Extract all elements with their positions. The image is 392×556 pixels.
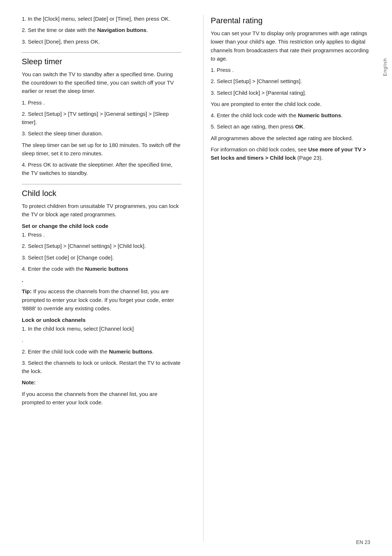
parental-step4: 4. Enter the child lock code with the Nu…: [211, 111, 371, 119]
clock-step1-text: 1. In the [Clock] menu, select [Date] or…: [22, 15, 181, 23]
sleep-timer-title: Sleep timer: [22, 57, 181, 66]
set-step4: 4. Enter the code with the Numeric butto…: [22, 265, 181, 273]
lock-unlock-heading: Lock or unlock channels: [22, 317, 181, 323]
clock-step3-text: 3. Select [Done], then press OK.: [22, 37, 181, 46]
parental-step3: 3. Select [Child lock] > [Parental ratin…: [211, 89, 371, 97]
lock-step1: 1. In the child lock menu, select [Chann…: [22, 324, 181, 333]
sleep-step3-detail: The sleep timer can be set up for to 180…: [22, 141, 181, 158]
parental-step3-detail: You are prompted to enter the child lock…: [211, 100, 371, 108]
set-step1: 1. Press .: [22, 230, 181, 239]
sleep-step3: 3. Select the sleep timer duration.: [22, 129, 181, 138]
sleep-step1: 1. Press .: [22, 98, 181, 107]
parental-step5: 5. Select an age rating, then press OK.: [211, 122, 371, 131]
clock-step2-text: 2. Set the time or date with the Navigat…: [22, 26, 181, 34]
set-change-heading: Set or change the child lock code: [22, 223, 181, 229]
parental-all-blocked: All programmes above the selected age ra…: [211, 134, 371, 142]
clock-step1: 1. In the [Clock] menu, select [Date] or…: [22, 15, 181, 46]
sleep-step2: 2. Select [Setup] > [TV settings] > [Gen…: [22, 110, 181, 127]
side-language-label: English: [382, 58, 388, 76]
parental-description: You can set your TV to display only prog…: [211, 29, 371, 63]
child-lock-title: Child lock: [22, 189, 181, 198]
set-step4-cont: .: [22, 276, 181, 284]
right-column: Parental rating You can set your TV to d…: [203, 15, 371, 541]
lock-step2: 2. Enter the child lock code with the Nu…: [22, 347, 181, 356]
parental-step1: 1. Press .: [211, 66, 371, 74]
parental-step2: 2. Select [Setup] > [Channel settings].: [211, 77, 371, 85]
lock-step1-cont: .: [22, 336, 181, 344]
set-step3: 3. Select [Set code] or [Change code].: [22, 253, 181, 262]
note-detail: If you access the channels from the chan…: [22, 390, 181, 407]
sleep-timer-divider: [22, 52, 181, 53]
sleep-timer-description: You can switch the TV to standby after a…: [22, 70, 181, 95]
lock-step3: 3. Select the channels to lock or unlock…: [22, 359, 181, 376]
sleep-step4: 4. Press OK to activate the sleeptimer. …: [22, 160, 181, 177]
page-footer: EN 23: [356, 539, 370, 545]
parental-info: For information on child lock codes, see…: [211, 145, 371, 162]
tip-text: Tip: If you access the channels from the…: [22, 287, 181, 312]
parental-rating-title: Parental rating: [211, 16, 371, 25]
child-lock-divider: [22, 184, 181, 184]
child-lock-description: To protect children from unsuitable TV p…: [22, 202, 181, 219]
note-text: Note:: [22, 378, 181, 387]
left-column: 1. In the [Clock] menu, select [Date] or…: [22, 15, 189, 541]
set-step2: 2. Select [Setup] > [Channel settings] >…: [22, 242, 181, 250]
